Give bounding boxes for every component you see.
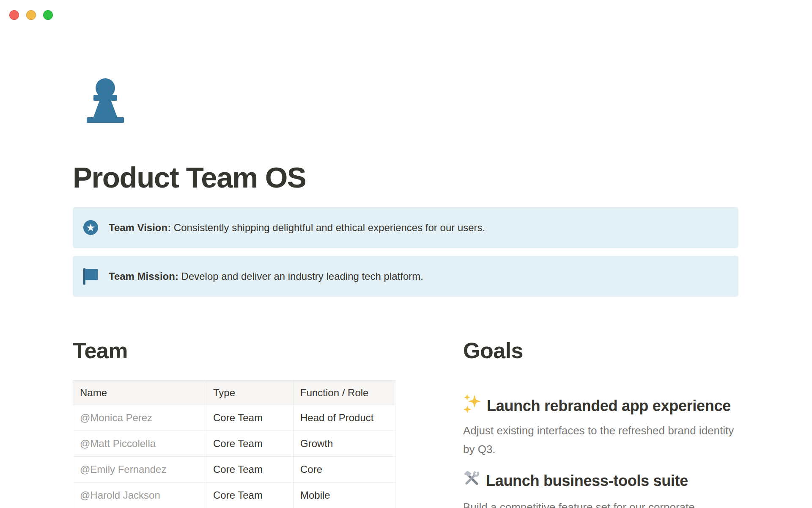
table-header-row: Name Type Function / Role bbox=[73, 381, 395, 405]
notion-page: Product Team OS Team Vision: Consistentl… bbox=[0, 0, 812, 508]
cell-name[interactable]: @Emily Fernandez bbox=[73, 457, 206, 483]
column-header-type[interactable]: Type bbox=[206, 381, 294, 405]
cell-role[interactable]: Mobile bbox=[294, 483, 395, 508]
goal-item-business-tools: Launch business-tools suite bbox=[463, 470, 738, 492]
table-row: @Emily Fernandez Core Team Core bbox=[73, 457, 395, 483]
minimize-button[interactable] bbox=[26, 10, 36, 20]
callout-text: Team Mission: Develop and deliver an ind… bbox=[109, 269, 423, 284]
team-table: Name Type Function / Role @Monica Perez … bbox=[73, 380, 395, 508]
callout-team-mission: Team Mission: Develop and deliver an ind… bbox=[73, 256, 738, 297]
callout-body: Consistently shipping delightful and eth… bbox=[171, 222, 485, 233]
sparkles-icon bbox=[463, 394, 481, 418]
column-header-function-role[interactable]: Function / Role bbox=[294, 381, 395, 405]
cell-type[interactable]: Core Team bbox=[206, 457, 294, 483]
callout-label: Team Mission: bbox=[109, 271, 178, 282]
zoom-button[interactable] bbox=[43, 10, 53, 20]
goals-column: Goals Launch rebranded app experience Ad… bbox=[463, 338, 738, 508]
callout-text: Team Vision: Consistently shipping delig… bbox=[109, 221, 485, 235]
table-row: @Harold Jackson Core Team Mobile bbox=[73, 483, 395, 508]
goal-description: Build a competitive feature set for our … bbox=[463, 498, 738, 508]
team-column: Team Name Type Function / Role @Monica P… bbox=[73, 338, 395, 508]
pawn-icon bbox=[86, 78, 124, 123]
callout-label: Team Vision: bbox=[109, 222, 171, 233]
hammer-wrench-icon bbox=[463, 470, 480, 492]
goal-title: Launch rebranded app experience bbox=[487, 396, 731, 416]
cell-name[interactable]: @Matt Piccolella bbox=[73, 431, 206, 457]
person-mention[interactable]: @Harold Jackson bbox=[80, 489, 160, 501]
cell-role[interactable]: Growth bbox=[294, 431, 395, 457]
window-controls bbox=[9, 10, 53, 20]
cell-type[interactable]: Core Team bbox=[206, 431, 294, 457]
cell-type[interactable]: Core Team bbox=[206, 483, 294, 508]
table-row: @Matt Piccolella Core Team Growth bbox=[73, 431, 395, 457]
column-header-name[interactable]: Name bbox=[73, 381, 206, 405]
goals-heading: Goals bbox=[463, 338, 738, 363]
close-button[interactable] bbox=[9, 10, 19, 20]
team-heading: Team bbox=[73, 338, 395, 363]
cell-type[interactable]: Core Team bbox=[206, 405, 294, 431]
table-row: @Monica Perez Core Team Head of Product bbox=[73, 405, 395, 431]
cell-name[interactable]: @Harold Jackson bbox=[73, 483, 206, 508]
goal-description: Adjust existing interfaces to the refres… bbox=[463, 421, 738, 458]
cell-role[interactable]: Head of Product bbox=[294, 405, 395, 431]
flag-icon bbox=[83, 268, 99, 285]
person-mention[interactable]: @Emily Fernandez bbox=[80, 464, 166, 475]
callout-team-vision: Team Vision: Consistently shipping delig… bbox=[73, 207, 738, 248]
callout-body: Develop and deliver an industry leading … bbox=[178, 271, 423, 282]
person-mention[interactable]: @Matt Piccolella bbox=[80, 438, 156, 449]
goal-item-rebranded-app: Launch rebranded app experience bbox=[463, 394, 738, 418]
goal-title: Launch business-tools suite bbox=[486, 471, 688, 491]
cell-role[interactable]: Core bbox=[294, 457, 395, 483]
page-title: Product Team OS bbox=[73, 161, 665, 194]
person-mention[interactable]: @Monica Perez bbox=[80, 412, 152, 423]
star-circle-icon bbox=[83, 219, 99, 236]
cell-name[interactable]: @Monica Perez bbox=[73, 405, 206, 431]
